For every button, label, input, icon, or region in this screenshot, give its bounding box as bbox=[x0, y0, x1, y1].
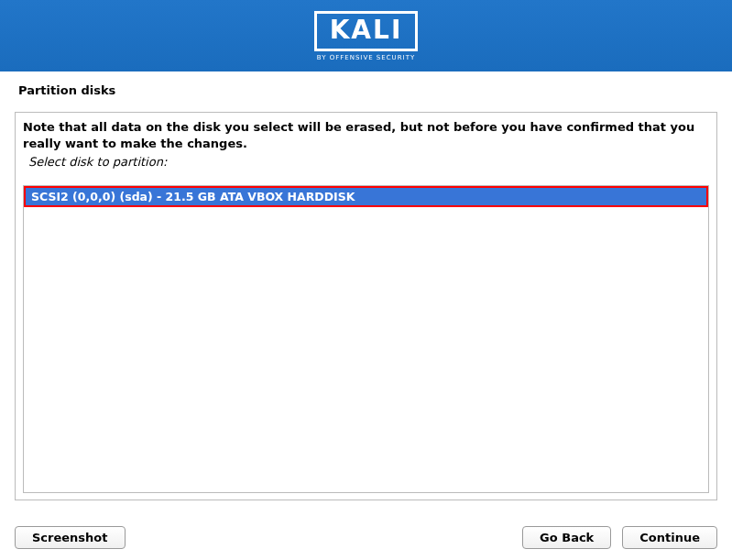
kali-logo-box: KALI bbox=[314, 11, 419, 51]
go-back-button[interactable]: Go Back bbox=[522, 526, 611, 549]
content-box: Note that all data on the disk you selec… bbox=[15, 112, 717, 500]
screenshot-button[interactable]: Screenshot bbox=[15, 526, 126, 549]
kali-tagline: BY OFFENSIVE SECURITY bbox=[317, 54, 415, 61]
header-banner: KALI BY OFFENSIVE SECURITY bbox=[0, 0, 732, 71]
kali-logo: KALI BY OFFENSIVE SECURITY bbox=[314, 11, 419, 61]
disk-select-prompt: Select disk to partition: bbox=[28, 155, 709, 169]
page-title: Partition disks bbox=[18, 83, 717, 97]
continue-button[interactable]: Continue bbox=[622, 526, 717, 549]
warning-text: Note that all data on the disk you selec… bbox=[23, 119, 709, 151]
disk-list: SCSI2 (0,0,0) (sda) - 21.5 GB ATA VBOX H… bbox=[23, 185, 709, 493]
kali-brand-name: KALI bbox=[330, 17, 403, 43]
button-bar: Screenshot Go Back Continue bbox=[0, 526, 732, 549]
disk-item-selected[interactable]: SCSI2 (0,0,0) (sda) - 21.5 GB ATA VBOX H… bbox=[24, 186, 708, 207]
main-content: Partition disks Note that all data on th… bbox=[0, 71, 732, 510]
